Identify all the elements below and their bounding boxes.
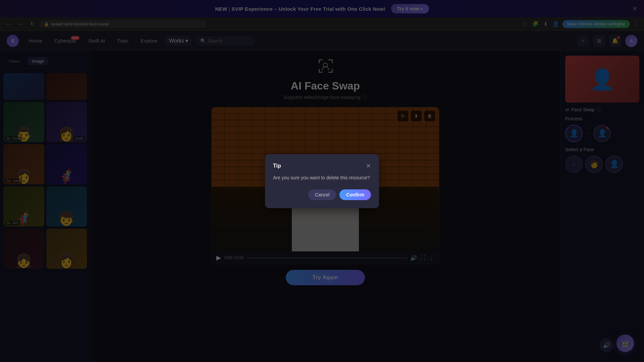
modal-body: Are you sure you want to delete this res… [273,174,371,181]
modal-close-button[interactable]: ✕ [366,162,371,170]
cancel-button[interactable]: Cancel [308,189,336,200]
modal-title: Tip [273,163,281,169]
modal-header: Tip ✕ [273,162,371,170]
confirm-button[interactable]: Confirm [339,189,371,200]
modal-overlay: Tip ✕ Are you sure you want to delete th… [0,0,644,362]
modal-actions: Cancel Confirm [273,189,371,200]
tip-dialog: Tip ✕ Are you sure you want to delete th… [265,154,379,208]
